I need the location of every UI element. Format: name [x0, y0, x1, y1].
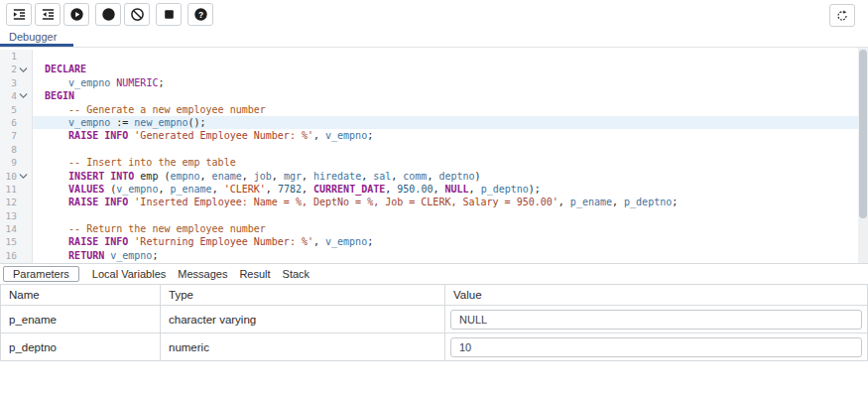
editor-gutter[interactable]: 13: [0, 209, 33, 222]
line-number: 2: [0, 63, 17, 75]
param-name-cell: p_ename: [1, 306, 161, 333]
clear-all-breakpoints-button[interactable]: [124, 3, 150, 26]
code-line[interactable]: 13: [0, 209, 868, 222]
editor-filler: [0, 262, 868, 263]
step-into-button[interactable]: [6, 3, 32, 26]
editor-gutter[interactable]: 1: [0, 50, 33, 63]
code-line[interactable]: 11 VALUES (v_empno, p_ename, 'CLERK', 77…: [0, 183, 868, 196]
code-line[interactable]: 3 v_empno NUMERIC;: [0, 76, 868, 89]
param-type-cell: numeric: [161, 333, 445, 361]
editor-gutter[interactable]: 4: [0, 89, 33, 102]
code-line[interactable]: 10 INSERT INTO emp (empno, ename, job, m…: [0, 170, 868, 183]
help-button[interactable]: ?: [187, 3, 213, 26]
editor-gutter[interactable]: 10: [0, 170, 33, 183]
line-number: 14: [0, 222, 17, 235]
code-text: VALUES (v_empno, p_ename, 'CLERK', 7782,…: [33, 183, 868, 196]
param-value-input-p_deptno[interactable]: [450, 337, 862, 357]
debugger-panel-tabs: ParametersLocal VariablesMessagesResultS…: [0, 263, 868, 284]
panel-tab-messages[interactable]: Messages: [178, 268, 227, 280]
line-number: 7: [0, 129, 17, 142]
toggle-breakpoint-button[interactable]: [95, 3, 121, 26]
main-tab-bar: Debugger: [0, 28, 868, 48]
code-text: RETURN v_empno;: [33, 249, 868, 262]
panel-tab-parameters[interactable]: Parameters: [3, 266, 79, 282]
line-number: 3: [0, 76, 17, 89]
code-text: [33, 50, 868, 63]
param-value-cell: [445, 306, 868, 333]
line-number: 4: [0, 89, 17, 102]
line-number: 8: [0, 143, 17, 156]
editor-gutter[interactable]: 15: [0, 235, 33, 248]
toggle-breakpoint-icon: [101, 7, 116, 22]
editor-gutter[interactable]: 8: [0, 143, 33, 156]
refresh-button[interactable]: [829, 4, 855, 27]
code-line[interactable]: 9 -- Insert into the emp table: [0, 156, 868, 169]
step-over-button[interactable]: [35, 3, 61, 26]
debugger-toolbar: ?: [0, 0, 868, 28]
editor-gutter[interactable]: 12: [0, 196, 33, 208]
code-line[interactable]: 16 RETURN v_empno;: [0, 249, 868, 262]
code-line[interactable]: 2DECLARE: [0, 63, 868, 75]
column-header-type: Type: [161, 285, 445, 306]
debugger-window: ? Debugger 12DECLARE3 v_empno NUMERIC;4B…: [0, 0, 868, 399]
param-name-cell: p_deptno: [1, 333, 161, 361]
svg-text:?: ?: [197, 9, 202, 19]
fold-chevron-icon[interactable]: [17, 92, 30, 99]
code-editor[interactable]: 12DECLARE3 v_empno NUMERIC;4BEGIN5 -- Ge…: [0, 48, 868, 263]
line-number: 1: [0, 50, 17, 63]
line-number: 15: [0, 235, 17, 248]
line-number: 16: [0, 249, 17, 262]
continue-icon: [69, 7, 84, 22]
code-line[interactable]: 8: [0, 143, 868, 156]
tab-debugger[interactable]: Debugger: [0, 28, 73, 47]
line-number: 10: [0, 170, 17, 183]
clear-all-breakpoints-icon: [130, 7, 145, 22]
editor-gutter[interactable]: 3: [0, 76, 33, 89]
code-line[interactable]: 14 -- Return the new employee number: [0, 222, 868, 235]
continue-button[interactable]: [63, 3, 89, 26]
editor-scrollbar-thumb[interactable]: [859, 50, 867, 218]
panel-tab-result[interactable]: Result: [239, 268, 270, 280]
code-text: v_empno := new_empno();: [33, 116, 868, 129]
parameters-table: Name Type Value p_enamecharacter varying…: [0, 284, 868, 361]
code-text: [33, 143, 868, 156]
code-text: RAISE INFO 'Inserted Employee: Name = %,…: [33, 196, 868, 208]
param-value-input-p_ename[interactable]: [450, 310, 862, 330]
code-text: v_empno NUMERIC;: [33, 76, 868, 89]
stop-button[interactable]: [156, 3, 182, 26]
line-number: 5: [0, 103, 17, 116]
help-icon: ?: [193, 7, 208, 22]
editor-gutter[interactable]: 16: [0, 249, 33, 262]
code-line[interactable]: 4BEGIN: [0, 89, 868, 102]
editor-gutter[interactable]: 14: [0, 222, 33, 235]
panel-tab-local-variables[interactable]: Local Variables: [92, 268, 166, 280]
editor-gutter[interactable]: 2: [0, 63, 33, 75]
editor-gutter[interactable]: 5: [0, 103, 33, 116]
code-text: -- Return the new employee number: [33, 222, 868, 235]
line-number: 13: [0, 209, 17, 222]
code-text: BEGIN: [33, 89, 868, 102]
code-line[interactable]: 6 v_empno := new_empno();: [0, 116, 868, 129]
code-line[interactable]: 1: [0, 50, 868, 63]
editor-gutter[interactable]: 9: [0, 156, 33, 169]
tab-debugger-label: Debugger: [9, 31, 57, 43]
code-line[interactable]: 5 -- Generate a new employee number: [0, 103, 868, 116]
line-number: 6: [0, 116, 17, 129]
editor-scrollbar[interactable]: [858, 48, 868, 263]
code-line[interactable]: 7 RAISE INFO 'Generated Employee Number:…: [0, 129, 868, 142]
fold-chevron-icon[interactable]: [17, 66, 30, 73]
table-row: p_enamecharacter varying: [1, 306, 868, 333]
panel-tab-stack[interactable]: Stack: [283, 268, 310, 280]
line-number: 11: [0, 183, 17, 196]
step-into-icon: [12, 7, 27, 22]
editor-gutter[interactable]: 6: [0, 116, 33, 129]
code-line[interactable]: 15 RAISE INFO 'Returning Employee Number…: [0, 235, 868, 248]
code-line[interactable]: 12 RAISE INFO 'Inserted Employee: Name =…: [0, 196, 868, 208]
fold-chevron-icon[interactable]: [17, 173, 30, 180]
stop-icon: [162, 7, 177, 22]
line-number: 12: [0, 196, 17, 208]
code-text: RAISE INFO 'Generated Employee Number: %…: [33, 129, 868, 142]
editor-gutter[interactable]: 7: [0, 129, 33, 142]
line-number: 9: [0, 156, 17, 169]
editor-gutter[interactable]: 11: [0, 183, 33, 196]
